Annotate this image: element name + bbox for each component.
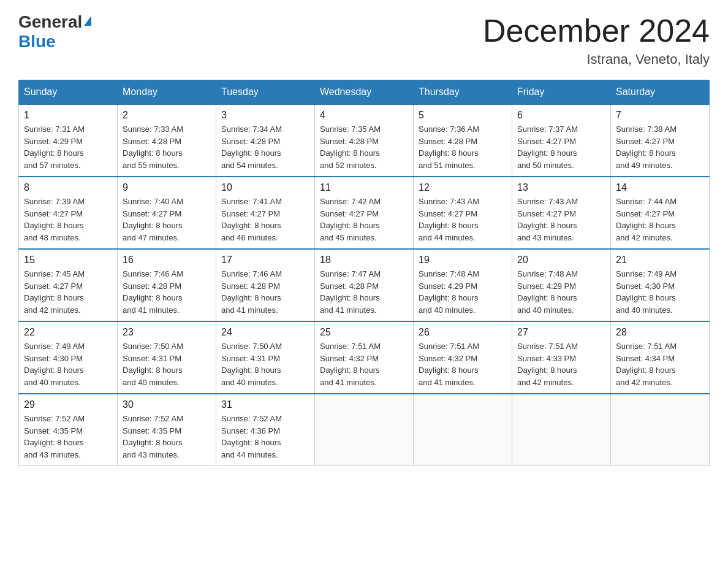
calendar-cell: 25Sunrise: 7:51 AMSunset: 4:32 PMDayligh… [315,321,414,394]
calendar-cell: 9Sunrise: 7:40 AMSunset: 4:27 PMDaylight… [118,177,216,249]
day-number: 22 [24,327,112,338]
day-info: Sunrise: 7:52 AMSunset: 4:35 PMDaylight:… [24,413,112,461]
day-info: Sunrise: 7:34 AMSunset: 4:28 PMDaylight:… [221,123,309,171]
day-number: 14 [616,182,704,193]
day-info: Sunrise: 7:50 AMSunset: 4:31 PMDaylight:… [221,340,309,388]
day-number: 16 [123,255,211,266]
day-number: 10 [221,182,309,193]
day-number: 24 [221,327,309,338]
day-number: 13 [517,182,605,193]
logo-blue-text: Blue [18,32,56,51]
day-number: 5 [419,110,507,121]
logo-triangle-icon [84,16,91,26]
calendar-cell: 20Sunrise: 7:48 AMSunset: 4:29 PMDayligh… [512,249,611,321]
day-info: Sunrise: 7:47 AMSunset: 4:28 PMDaylight:… [320,268,408,316]
calendar-cell [315,394,414,466]
calendar-cell [611,394,710,466]
month-title: December 2024 [483,12,710,49]
day-info: Sunrise: 7:51 AMSunset: 4:34 PMDaylight:… [616,340,704,388]
day-number: 2 [123,110,211,121]
calendar-week-row: 22Sunrise: 7:49 AMSunset: 4:30 PMDayligh… [19,321,710,394]
calendar-cell: 6Sunrise: 7:37 AMSunset: 4:27 PMDaylight… [512,104,611,177]
calendar-cell: 18Sunrise: 7:47 AMSunset: 4:28 PMDayligh… [315,249,414,321]
day-info: Sunrise: 7:49 AMSunset: 4:30 PMDaylight:… [616,268,704,316]
calendar-cell: 19Sunrise: 7:48 AMSunset: 4:29 PMDayligh… [414,249,512,321]
day-info: Sunrise: 7:36 AMSunset: 4:28 PMDaylight:… [419,123,507,171]
day-number: 4 [320,110,408,121]
calendar-header-row: SundayMondayTuesdayWednesdayThursdayFrid… [19,80,710,105]
location-title: Istrana, Veneto, Italy [483,52,710,67]
col-header-monday: Monday [118,80,216,105]
logo-general-text: General [18,12,82,32]
calendar-cell: 13Sunrise: 7:43 AMSunset: 4:27 PMDayligh… [512,177,611,249]
day-info: Sunrise: 7:52 AMSunset: 4:35 PMDaylight:… [123,413,211,461]
calendar-cell: 3Sunrise: 7:34 AMSunset: 4:28 PMDaylight… [216,104,315,177]
calendar-cell: 2Sunrise: 7:33 AMSunset: 4:28 PMDaylight… [118,104,216,177]
calendar-week-row: 29Sunrise: 7:52 AMSunset: 4:35 PMDayligh… [19,394,710,466]
day-number: 20 [517,255,605,266]
calendar-cell: 31Sunrise: 7:52 AMSunset: 4:36 PMDayligh… [216,394,315,466]
day-number: 9 [123,182,211,193]
day-info: Sunrise: 7:41 AMSunset: 4:27 PMDaylight:… [221,196,309,243]
calendar-week-row: 8Sunrise: 7:39 AMSunset: 4:27 PMDaylight… [19,177,710,249]
day-number: 1 [24,110,112,121]
day-info: Sunrise: 7:38 AMSunset: 4:27 PMDaylight:… [616,123,704,171]
col-header-wednesday: Wednesday [315,80,414,105]
calendar-cell: 29Sunrise: 7:52 AMSunset: 4:35 PMDayligh… [19,394,118,466]
day-info: Sunrise: 7:46 AMSunset: 4:28 PMDaylight:… [221,268,309,316]
calendar-cell: 26Sunrise: 7:51 AMSunset: 4:32 PMDayligh… [414,321,512,394]
calendar-cell: 8Sunrise: 7:39 AMSunset: 4:27 PMDaylight… [19,177,118,249]
day-number: 29 [24,399,112,410]
day-info: Sunrise: 7:43 AMSunset: 4:27 PMDaylight:… [419,196,507,243]
calendar-week-row: 1Sunrise: 7:31 AMSunset: 4:29 PMDaylight… [19,104,710,177]
day-number: 17 [221,255,309,266]
calendar-cell: 22Sunrise: 7:49 AMSunset: 4:30 PMDayligh… [19,321,118,394]
day-info: Sunrise: 7:40 AMSunset: 4:27 PMDaylight:… [123,196,211,243]
calendar-cell: 15Sunrise: 7:45 AMSunset: 4:27 PMDayligh… [19,249,118,321]
page-header: General Blue December 2024 Istrana, Vene… [18,12,710,67]
col-header-friday: Friday [512,80,611,105]
col-header-sunday: Sunday [19,80,118,105]
day-number: 15 [24,255,112,266]
day-number: 28 [616,327,704,338]
day-info: Sunrise: 7:39 AMSunset: 4:27 PMDaylight:… [24,196,112,243]
calendar-cell [414,394,512,466]
calendar-cell: 28Sunrise: 7:51 AMSunset: 4:34 PMDayligh… [611,321,710,394]
calendar-week-row: 15Sunrise: 7:45 AMSunset: 4:27 PMDayligh… [19,249,710,321]
day-number: 23 [123,327,211,338]
day-info: Sunrise: 7:35 AMSunset: 4:28 PMDaylight:… [320,123,408,171]
calendar-cell: 30Sunrise: 7:52 AMSunset: 4:35 PMDayligh… [118,394,216,466]
day-number: 8 [24,182,112,193]
day-number: 7 [616,110,704,121]
day-number: 30 [123,399,211,410]
day-info: Sunrise: 7:48 AMSunset: 4:29 PMDaylight:… [419,268,507,316]
calendar-cell: 16Sunrise: 7:46 AMSunset: 4:28 PMDayligh… [118,249,216,321]
day-info: Sunrise: 7:37 AMSunset: 4:27 PMDaylight:… [517,123,605,171]
calendar-cell [512,394,611,466]
calendar-cell: 24Sunrise: 7:50 AMSunset: 4:31 PMDayligh… [216,321,315,394]
day-info: Sunrise: 7:52 AMSunset: 4:36 PMDaylight:… [221,413,309,461]
col-header-tuesday: Tuesday [216,80,315,105]
day-info: Sunrise: 7:43 AMSunset: 4:27 PMDaylight:… [517,196,605,243]
col-header-saturday: Saturday [611,80,710,105]
day-info: Sunrise: 7:51 AMSunset: 4:32 PMDaylight:… [419,340,507,388]
calendar-cell: 12Sunrise: 7:43 AMSunset: 4:27 PMDayligh… [414,177,512,249]
day-number: 19 [419,255,507,266]
calendar-cell: 17Sunrise: 7:46 AMSunset: 4:28 PMDayligh… [216,249,315,321]
calendar-cell: 5Sunrise: 7:36 AMSunset: 4:28 PMDaylight… [414,104,512,177]
day-info: Sunrise: 7:49 AMSunset: 4:30 PMDaylight:… [24,340,112,388]
day-info: Sunrise: 7:31 AMSunset: 4:29 PMDaylight:… [24,123,112,171]
calendar-cell: 14Sunrise: 7:44 AMSunset: 4:27 PMDayligh… [611,177,710,249]
title-block: December 2024 Istrana, Veneto, Italy [483,12,710,67]
day-number: 18 [320,255,408,266]
calendar-cell: 27Sunrise: 7:51 AMSunset: 4:33 PMDayligh… [512,321,611,394]
calendar-cell: 10Sunrise: 7:41 AMSunset: 4:27 PMDayligh… [216,177,315,249]
calendar-cell: 7Sunrise: 7:38 AMSunset: 4:27 PMDaylight… [611,104,710,177]
day-info: Sunrise: 7:33 AMSunset: 4:28 PMDaylight:… [123,123,211,171]
calendar-cell: 4Sunrise: 7:35 AMSunset: 4:28 PMDaylight… [315,104,414,177]
day-number: 21 [616,255,704,266]
col-header-thursday: Thursday [414,80,512,105]
calendar-cell: 1Sunrise: 7:31 AMSunset: 4:29 PMDaylight… [19,104,118,177]
calendar-cell: 11Sunrise: 7:42 AMSunset: 4:27 PMDayligh… [315,177,414,249]
day-info: Sunrise: 7:51 AMSunset: 4:33 PMDaylight:… [517,340,605,388]
